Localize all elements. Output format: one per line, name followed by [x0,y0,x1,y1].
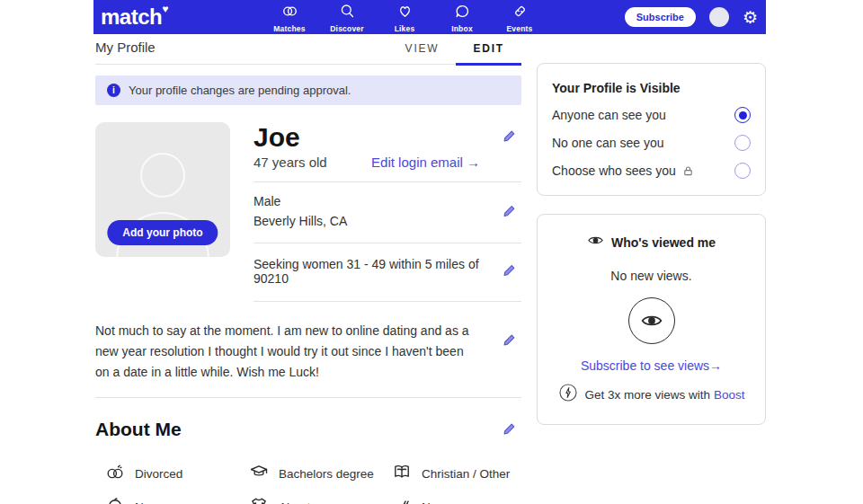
about-me-header: About Me [95,419,521,440]
profile-photo-placeholder: Add your photo [95,122,230,257]
whos-viewed-me-card: Who's viewed me No new views. Subscribe … [537,214,766,425]
eye-circle-icon [628,297,675,344]
nav-item-discover[interactable]: Discover [325,3,369,33]
eye-icon [587,232,604,252]
about-item-religion: Christian / Other [393,463,521,484]
about-item-marital-status: Divorced [106,463,250,484]
name-block: Joe 47 years old Edit login email → [254,122,521,182]
main-column: My Profile VIEW EDIT i Your profile chan… [95,34,521,504]
edit-seeking-pencil-icon[interactable] [502,264,516,281]
profile-summary-section: Add your photo Joe 47 years old Edit log… [95,122,521,302]
edit-login-email-link[interactable]: Edit login email → [371,155,480,170]
open-book-icon [393,463,411,484]
profile-age: 47 years old [254,155,327,170]
logo-heart-icon: ♥ [162,3,168,15]
views-header: Who's viewed me [587,232,716,252]
rings-icon [106,463,124,484]
boost-bolt-icon [558,383,578,406]
nav-item-events[interactable]: Events [497,3,542,33]
settings-gear-icon[interactable]: ⚙ [743,9,758,26]
edit-bio-pencil-icon[interactable] [502,333,516,350]
seeking-block: Seeking women 31 - 49 within 5 miles of … [254,243,521,302]
nav-item-matches[interactable]: Matches [267,3,312,33]
info-icon: i [107,84,120,97]
about-item-body-type: About average [250,496,393,504]
bio-section: Not much to say at the moment. I am new … [95,321,521,382]
visibility-option-no-one[interactable]: No one can see you [552,135,751,151]
boost-link[interactable]: Boost [714,388,745,402]
views-status: No new views. [552,269,751,283]
graduation-cap-icon [250,463,268,484]
user-avatar[interactable] [709,7,729,27]
visibility-option-choose[interactable]: Choose who sees you [552,163,751,179]
tab-view[interactable]: VIEW [388,42,457,64]
radio-anyone-selected[interactable] [734,107,751,123]
add-photo-button[interactable]: Add your photo [107,220,218,245]
subscribe-button[interactable]: Subscribe [625,7,696,27]
ticket-icon [512,3,529,23]
profile-name: Joe [254,122,480,152]
baby-icon [106,496,124,504]
edit-about-me-pencil-icon[interactable] [502,422,516,439]
profile-gender: Male [254,192,480,212]
match-logo[interactable]: match♥ [101,6,168,28]
nav-item-inbox[interactable]: Inbox [440,3,485,33]
heart-icon [396,3,414,23]
subscribe-to-see-views-link[interactable]: Subscribe to see views→ [581,358,722,373]
boost-row: Get 3x more views with Boost [552,383,751,406]
radio-no-one[interactable] [734,135,751,151]
matches-icon [281,3,298,23]
profile-tabs: VIEW EDIT [388,42,521,64]
profile-location: Beverly Hills, CA [254,212,480,232]
chat-bubble-icon [454,3,471,23]
lock-icon [682,165,694,177]
visibility-card: Your Profile is Visible Anyone can see y… [537,63,766,196]
section-divider [95,397,521,398]
profile-seeking: Seeking women 31 - 49 within 5 miles of … [254,257,479,286]
right-sidebar: Your Profile is Visible Anyone can see y… [537,34,766,425]
about-item-smoking: No [393,496,521,504]
primary-nav: Matches Discover Likes Inbox Events [267,3,555,33]
cigarette-icon [393,496,411,504]
page-header: My Profile VIEW EDIT [95,34,521,65]
about-item-education: Bachelors degree [250,463,393,484]
silhouette-head [140,153,185,198]
tab-edit[interactable]: EDIT [456,42,521,64]
search-icon [339,3,356,23]
pending-approval-banner: i Your profile changes are pending appro… [95,75,521,105]
radio-choose[interactable] [734,163,751,179]
edit-name-pencil-icon[interactable] [502,129,516,146]
banner-message: Your profile changes are pending approva… [129,84,351,97]
visibility-title: Your Profile is Visible [552,81,751,95]
page-title: My Profile [95,40,156,64]
tshirt-icon [250,496,268,504]
edit-gender-location-pencil-icon[interactable] [502,204,516,221]
nav-item-likes[interactable]: Likes [382,3,427,33]
about-me-grid: Divorced Bachelors degree Christian / Ot… [95,463,521,504]
gender-location-block: Male Beverly Hills, CA [254,182,521,243]
bio-text: Not much to say at the moment. I am new … [95,321,480,382]
about-me-title: About Me [95,419,480,440]
visibility-option-anyone[interactable]: Anyone can see you [552,107,751,123]
top-navigation-bar: match♥ Matches Discover Likes Inbox Even… [93,0,766,34]
about-item-has-kids: No [106,496,250,504]
topbar-right-cluster: Subscribe ⚙ [625,0,758,34]
